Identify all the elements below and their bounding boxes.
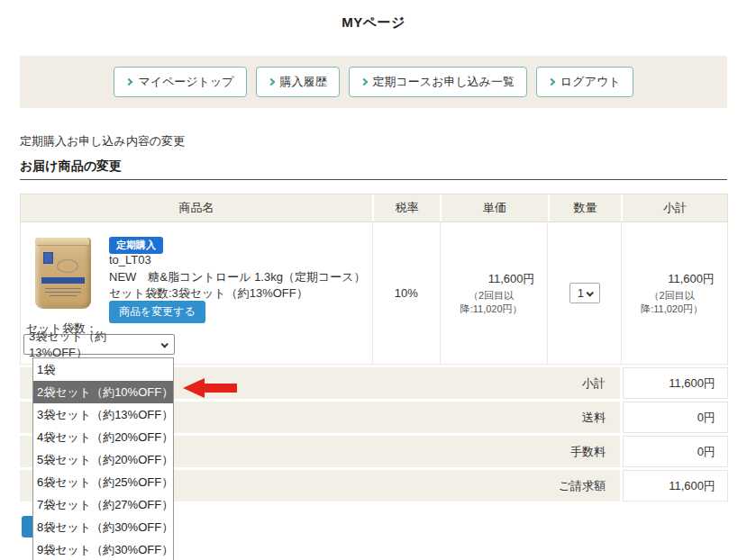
dropdown-option-8[interactable]: 8袋セット（約30%OFF） <box>33 516 173 538</box>
product-set-info: セット袋数:3袋セット（約13%OFF） <box>109 285 308 302</box>
unit-price-cell: 11,600円 （2回目以降:11,020円） <box>440 222 548 364</box>
pouch-label <box>43 252 53 264</box>
change-product-button[interactable]: 商品を変更する <box>109 301 205 323</box>
subscription-badge: 定期購入 <box>109 237 163 254</box>
chevron-right-icon <box>125 78 132 86</box>
page-title: MYページ <box>0 14 747 32</box>
dropdown-option-6[interactable]: 6袋セット（約25%OFF） <box>33 471 173 493</box>
mypage-nav: マイページトップ 購入履歴 定期コースお申し込み一覧 ログアウト <box>20 56 727 108</box>
chevron-right-icon <box>360 78 367 86</box>
pouch-logo <box>57 259 78 273</box>
summary-value: 0円 <box>623 402 728 433</box>
product-row: 定期購入 to_LT03 NEW 糖&脂コントロール 1.3kg（定期コース） … <box>20 222 728 365</box>
nav-label: 定期コースお申し込み一覧 <box>373 74 515 90</box>
header-quantity: 数量 <box>548 194 622 221</box>
product-image <box>35 238 91 309</box>
pouch-body <box>35 238 91 309</box>
nav-subscription-list[interactable]: 定期コースお申し込み一覧 <box>349 67 528 97</box>
dropdown-option-2-highlighted[interactable]: 2袋セット（約10%OFF） <box>33 381 173 403</box>
dropdown-option-9[interactable]: 9袋セット（約30%OFF） <box>33 538 173 560</box>
chevron-right-icon <box>267 78 274 86</box>
quantity-select[interactable]: 1 <box>569 283 600 303</box>
pouch-band <box>41 277 85 284</box>
nav-purchase-history[interactable]: 購入履歴 <box>256 67 340 97</box>
tax-rate-cell: 10% <box>372 222 440 364</box>
subtotal-cell: 11,600円 （2回目以降:11,020円） <box>621 222 727 364</box>
nav-label: マイページトップ <box>138 74 233 90</box>
nav-label: 購入履歴 <box>280 74 327 90</box>
pouch-seal <box>37 238 89 246</box>
nav-mypage-top[interactable]: マイページトップ <box>114 67 246 97</box>
dropdown-option-4[interactable]: 4袋セット（約20%OFF） <box>33 426 173 448</box>
nav-label: ログアウト <box>560 74 621 90</box>
table-header-row: 商品名 税率 単価 数量 小計 <box>20 194 728 222</box>
subtotal-note: （2回目以降:11,020円） <box>629 289 715 316</box>
nav-logout[interactable]: ログアウト <box>536 67 633 97</box>
product-name: NEW 糖&脂コントロール 1.3kg（定期コース） <box>109 269 366 285</box>
section-divider <box>20 179 727 180</box>
dropdown-option-5[interactable]: 5袋セット（約20%OFF） <box>33 448 173 471</box>
unit-price-note: （2回目以降:11,020円） <box>448 289 535 316</box>
section-heading: お届け商品の変更 <box>20 158 122 175</box>
dropdown-option-3[interactable]: 3袋セット（約13%OFF） <box>33 403 173 426</box>
set-count-select-value: 3袋セット（約13%OFF） <box>29 329 161 361</box>
mypage-screen: MYページ マイページトップ 購入履歴 定期コースお申し込み一覧 ログアウト 定… <box>0 0 747 560</box>
set-count-select[interactable]: 3袋セット（約13%OFF） <box>23 334 175 355</box>
header-product-name: 商品名 <box>21 194 372 221</box>
header-unit-price: 単価 <box>440 194 548 221</box>
unit-price: 11,600円 <box>488 271 535 287</box>
red-arrow-left-icon <box>183 378 237 398</box>
quantity-value: 1 <box>578 286 584 300</box>
subtotal-price: 11,600円 <box>668 271 715 287</box>
summary-value: 11,600円 <box>623 470 728 501</box>
header-subtotal: 小計 <box>621 194 727 221</box>
summary-value: 11,600円 <box>623 367 728 399</box>
dropdown-option-1[interactable]: 1袋 <box>33 358 173 381</box>
page-description: 定期購入お申し込み内容の変更 <box>20 133 185 149</box>
dropdown-option-7[interactable]: 7袋セット（約27%OFF） <box>33 493 173 516</box>
summary-value: 0円 <box>623 436 728 467</box>
quantity-cell: 1 <box>547 222 621 364</box>
header-tax-rate: 税率 <box>372 194 440 221</box>
chevron-right-icon <box>548 78 555 86</box>
product-code: to_LT03 <box>109 253 151 266</box>
chevron-down-icon <box>586 289 593 296</box>
chevron-down-icon <box>160 340 168 348</box>
product-cell: 定期購入 to_LT03 NEW 糖&脂コントロール 1.3kg（定期コース） … <box>21 222 372 364</box>
set-count-dropdown-list: 1袋 2袋セット（約10%OFF） 3袋セット（約13%OFF） 4袋セット（約… <box>32 357 174 560</box>
